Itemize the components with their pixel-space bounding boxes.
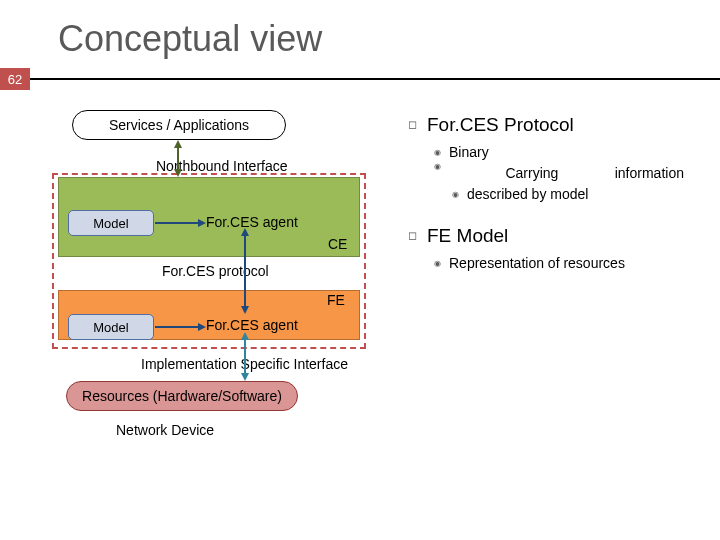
slide-title: Conceptual view (0, 0, 720, 68)
bullet-protocol: For.CES Protocol (408, 114, 703, 136)
svg-marker-1 (174, 140, 182, 148)
page-number: 62 (0, 68, 30, 90)
bullet-proto-carrying2: described by model (452, 184, 703, 205)
header-rule: 62 (0, 68, 720, 90)
resources-box: Resources (Hardware/Software) (66, 381, 298, 411)
fe-label: FE (327, 292, 345, 308)
bullet-panel: For.CES Protocol Binary Carryinginformat… (408, 110, 703, 274)
ce-label: CE (328, 236, 347, 252)
divider (30, 78, 720, 80)
bullet-femodel-rep: Representation of resources (434, 253, 703, 274)
slide-body: Services / Applications Northbound Inter… (0, 90, 720, 540)
model-box-fe: Model (68, 314, 154, 340)
bullet-proto-binary: Binary (434, 142, 703, 163)
northbound-label: Northbound Interface (156, 158, 288, 174)
model-box-ce: Model (68, 210, 154, 236)
impl-iface-label: Implementation Specific Interface (141, 356, 348, 372)
agent-label-fe: For.CES agent (206, 317, 298, 333)
svg-marker-12 (241, 373, 249, 381)
bullet-femodel: FE Model (408, 225, 703, 247)
services-box: Services / Applications (72, 110, 286, 140)
bullet-proto-carrying: Carryinginformation (434, 163, 684, 184)
agent-label-ce: For.CES agent (206, 214, 298, 230)
protocol-label: For.CES protocol (162, 263, 269, 279)
device-label: Network Device (116, 422, 214, 438)
